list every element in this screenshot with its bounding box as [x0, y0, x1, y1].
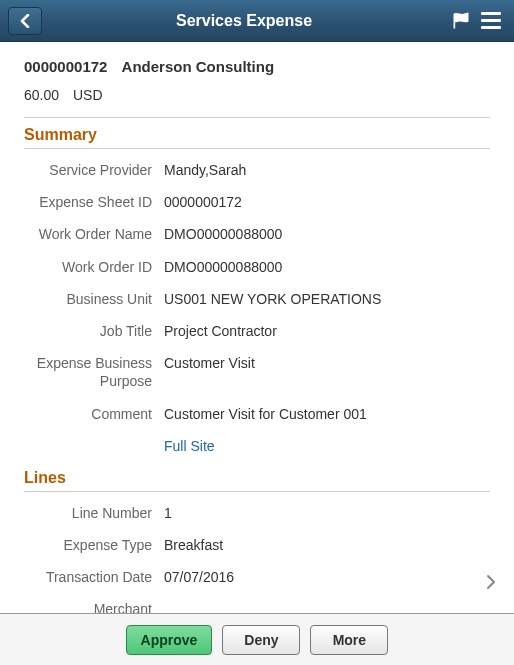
- value-job-title: Project Contractor: [164, 322, 277, 340]
- label-expense-sheet-id: Expense Sheet ID: [24, 193, 164, 211]
- row-full-site: Full Site: [24, 437, 490, 455]
- row-business-unit: Business Unit US001 NEW YORK OPERATIONS: [24, 290, 490, 308]
- label-job-title: Job Title: [24, 322, 164, 340]
- value-expense-type: Breakfast: [164, 536, 223, 554]
- label-comment: Comment: [24, 405, 164, 423]
- more-button[interactable]: More: [310, 625, 388, 655]
- menu-icon: [481, 12, 501, 15]
- row-expense-type: Expense Type Breakfast: [24, 536, 490, 554]
- lines-section-title: Lines: [24, 469, 490, 492]
- row-job-title: Job Title Project Contractor: [24, 322, 490, 340]
- vendor-name: Anderson Consulting: [122, 58, 275, 75]
- approve-button[interactable]: Approve: [126, 625, 213, 655]
- row-line-number: Line Number 1: [24, 504, 490, 522]
- chevron-right-icon: [486, 574, 496, 590]
- deny-button[interactable]: Deny: [222, 625, 300, 655]
- value-business-unit: US001 NEW YORK OPERATIONS: [164, 290, 381, 308]
- value-expense-sheet-id: 0000000172: [164, 193, 242, 211]
- chevron-left-icon: [20, 14, 30, 28]
- row-service-provider: Service Provider Mandy,Sarah: [24, 161, 490, 179]
- label-service-provider: Service Provider: [24, 161, 164, 179]
- value-comment: Customer Visit for Customer 001: [164, 405, 367, 423]
- lines-block: Line Number 1 Expense Type Breakfast Tra…: [24, 504, 490, 613]
- row-work-order-id: Work Order ID DMO00000088000: [24, 258, 490, 276]
- app-header: Services Expense: [0, 0, 514, 42]
- label-merchant: Merchant: [24, 600, 164, 613]
- action-footer: Approve Deny More: [0, 613, 514, 665]
- menu-button[interactable]: [476, 7, 506, 35]
- row-expense-business-purpose: Expense Business Purpose Customer Visit: [24, 354, 490, 390]
- label-expense-business-purpose: Expense Business Purpose: [24, 354, 164, 390]
- row-comment: Comment Customer Visit for Customer 001: [24, 405, 490, 423]
- label-business-unit: Business Unit: [24, 290, 164, 308]
- value-work-order-name: DMO00000088000: [164, 225, 282, 243]
- value-line-number: 1: [164, 504, 172, 522]
- row-transaction-date: Transaction Date 07/07/2016: [24, 568, 490, 586]
- content: 0000000172 Anderson Consulting 60.00 USD…: [0, 42, 514, 613]
- value-transaction-date: 07/07/2016: [164, 568, 234, 586]
- summary-section-title: Summary: [24, 126, 490, 149]
- page-title: Services Expense: [42, 12, 446, 30]
- label-transaction-date: Transaction Date: [24, 568, 164, 586]
- divider: [24, 117, 490, 118]
- document-id: 0000000172: [24, 58, 107, 75]
- flag-button[interactable]: [446, 7, 476, 35]
- full-site-link[interactable]: Full Site: [164, 437, 215, 455]
- line-detail-button[interactable]: [486, 574, 496, 593]
- value-service-provider: Mandy,Sarah: [164, 161, 246, 179]
- content-scroll[interactable]: 0000000172 Anderson Consulting 60.00 USD…: [0, 42, 514, 613]
- document-currency: USD: [73, 87, 103, 103]
- document-header: 0000000172 Anderson Consulting 60.00 USD: [24, 58, 490, 103]
- flag-icon: [450, 11, 472, 31]
- value-expense-business-purpose: Customer Visit: [164, 354, 255, 372]
- label-line-number: Line Number: [24, 504, 164, 522]
- row-merchant: Merchant: [24, 600, 490, 613]
- document-amount: 60.00: [24, 87, 59, 103]
- label-work-order-id: Work Order ID: [24, 258, 164, 276]
- row-work-order-name: Work Order Name DMO00000088000: [24, 225, 490, 243]
- label-work-order-name: Work Order Name: [24, 225, 164, 243]
- value-work-order-id: DMO00000088000: [164, 258, 282, 276]
- row-expense-sheet-id: Expense Sheet ID 0000000172: [24, 193, 490, 211]
- back-button[interactable]: [8, 7, 42, 35]
- label-expense-type: Expense Type: [24, 536, 164, 554]
